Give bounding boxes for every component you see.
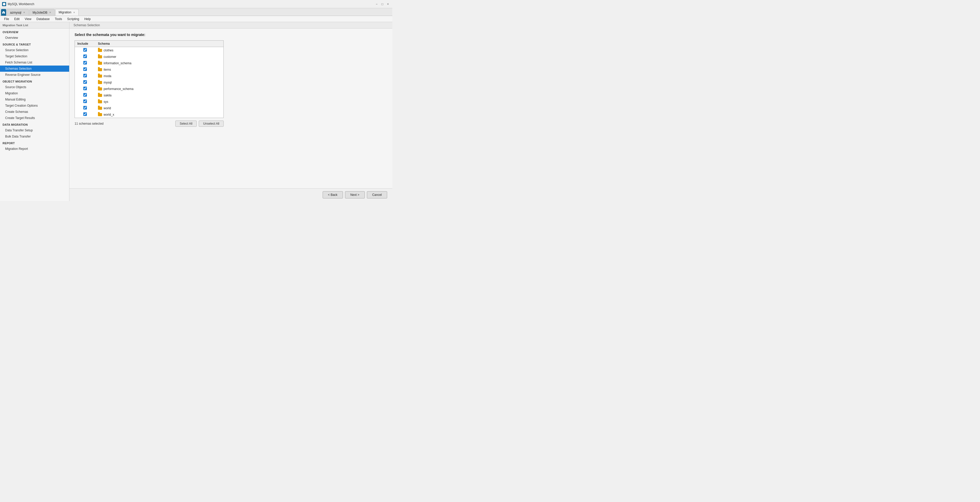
sidebar-item-target-selection[interactable]: Target Selection <box>0 53 69 59</box>
sidebar-section-object-migration: OBJECT MIGRATION <box>0 78 69 84</box>
schema-checkbox-items[interactable] <box>83 67 87 71</box>
maximize-button[interactable]: □ <box>380 2 385 6</box>
minimize-button[interactable]: − <box>374 2 379 6</box>
schema-checkbox-information_schema[interactable] <box>83 61 87 65</box>
table-row: sakila <box>75 92 223 98</box>
title-bar: MySQL Workbench − □ × <box>0 0 392 8</box>
unselect-all-button[interactable]: Unselect All <box>199 121 224 127</box>
tab-migration-label: Migration <box>59 11 71 14</box>
col-include: Include <box>75 41 95 47</box>
tab-migration-close[interactable]: × <box>73 11 75 14</box>
schema-name: moda <box>103 74 111 78</box>
svg-point-0 <box>3 3 5 5</box>
status-area: 11 schemas selected Select All Unselect … <box>75 121 224 127</box>
table-row: clothes <box>75 47 223 54</box>
schema-name: sakila <box>103 94 111 97</box>
schema-name: information_schema <box>103 62 131 65</box>
content-body: Select the schemata you want to migrate:… <box>69 29 392 188</box>
table-row: mysql <box>75 79 223 86</box>
cancel-button[interactable]: Cancel <box>367 191 387 199</box>
schema-checkbox-world[interactable] <box>83 106 87 110</box>
schema-table: Include Schema clothescustomerinformatio… <box>75 41 223 118</box>
menu-edit[interactable]: Edit <box>12 17 22 21</box>
schema-name: performance_schema <box>103 87 134 91</box>
table-row: moda <box>75 73 223 79</box>
menu-view[interactable]: View <box>22 17 33 21</box>
tab-home[interactable] <box>1 9 6 16</box>
content-title: Select the schemata you want to migrate: <box>75 33 387 37</box>
table-row: information_schema <box>75 60 223 66</box>
sidebar: Migration Task List OVERVIEW Overview SO… <box>0 22 69 201</box>
sidebar-section-overview: OVERVIEW <box>0 29 69 35</box>
schema-checkbox-performance_schema[interactable] <box>83 87 87 90</box>
sidebar-item-reverse-engineer[interactable]: Reverse Engineer Source <box>0 72 69 78</box>
schema-checkbox-sys[interactable] <box>83 100 87 103</box>
sidebar-item-create-schemas[interactable]: Create Schemas <box>0 109 69 115</box>
back-button[interactable]: < Back <box>323 191 343 199</box>
sidebar-item-bulk-transfer[interactable]: Bulk Data Transfer <box>0 133 69 140</box>
title-bar-controls: − □ × <box>374 2 390 6</box>
sidebar-item-migration[interactable]: Migration <box>0 90 69 96</box>
schema-name: sys <box>103 100 108 103</box>
next-button[interactable]: Next > <box>345 191 365 199</box>
menu-help[interactable]: Help <box>82 17 93 21</box>
sidebar-item-manual-editing[interactable]: Manual Editing <box>0 96 69 103</box>
menu-scripting[interactable]: Scripting <box>65 17 81 21</box>
schema-checkbox-sakila[interactable] <box>83 93 87 97</box>
folder-icon <box>98 94 102 97</box>
sidebar-item-source-selection[interactable]: Source Selection <box>0 47 69 53</box>
schema-checkbox-customer[interactable] <box>83 54 87 58</box>
folder-icon <box>98 75 102 78</box>
app-icon <box>2 2 6 6</box>
content-area: Schemas Selection Select the schemata yo… <box>69 22 392 201</box>
table-row: performance_schema <box>75 86 223 92</box>
tab-azmysql[interactable]: azmysql × <box>7 9 29 16</box>
tab-azmysql-close[interactable]: × <box>23 11 25 14</box>
schema-checkbox-world_x[interactable] <box>83 112 87 116</box>
sidebar-item-target-creation[interactable]: Target Creation Options <box>0 103 69 109</box>
table-row: sys <box>75 98 223 105</box>
menu-file[interactable]: File <box>2 17 11 21</box>
tab-myjolie-label: MyJolieDB <box>33 11 47 14</box>
schema-name: world_x <box>103 113 114 116</box>
folder-icon <box>98 113 102 116</box>
tab-bar: azmysql × MyJolieDB × Migration × <box>0 8 392 16</box>
status-text: 11 schemas selected <box>75 122 103 126</box>
table-row: world_x <box>75 111 223 118</box>
schema-name: customer <box>103 55 116 59</box>
table-row: customer <box>75 54 223 60</box>
tab-myjolie-close[interactable]: × <box>49 11 51 14</box>
app-title: MySQL Workbench <box>8 2 34 6</box>
tab-azmysql-label: azmysql <box>10 11 21 14</box>
select-all-button[interactable]: Select All <box>175 121 197 127</box>
content-header: Schemas Selection <box>69 22 392 29</box>
sidebar-item-source-objects[interactable]: Source Objects <box>0 84 69 90</box>
sidebar-item-create-target[interactable]: Create Target Results <box>0 115 69 121</box>
schema-name: mysql <box>103 81 111 84</box>
sidebar-item-overview[interactable]: Overview <box>0 35 69 41</box>
tab-migration[interactable]: Migration × <box>55 9 79 16</box>
col-schema: Schema <box>95 41 223 47</box>
folder-icon <box>98 49 102 52</box>
sidebar-item-migration-report[interactable]: Migration Report <box>0 146 69 152</box>
sidebar-section-data-migration: DATA MIGRATION <box>0 121 69 127</box>
sidebar-item-fetch-schemas[interactable]: Fetch Schemas List <box>0 59 69 65</box>
folder-icon <box>98 68 102 71</box>
schema-checkbox-moda[interactable] <box>83 74 87 77</box>
sidebar-header: Migration Task List <box>0 22 69 29</box>
schema-checkbox-clothes[interactable] <box>83 48 87 52</box>
sidebar-item-schemas-selection[interactable]: Schemas Selection <box>0 65 69 72</box>
schema-checkbox-mysql[interactable] <box>83 80 87 84</box>
schema-action-buttons: Select All Unselect All <box>175 121 224 127</box>
sidebar-item-data-transfer[interactable]: Data Transfer Setup <box>0 127 69 133</box>
tab-myjolie[interactable]: MyJolieDB × <box>29 9 55 16</box>
folder-icon <box>98 62 102 65</box>
sidebar-section-report: REPORT <box>0 140 69 146</box>
menu-tools[interactable]: Tools <box>53 17 64 21</box>
title-bar-left: MySQL Workbench <box>2 2 34 6</box>
menu-database[interactable]: Database <box>35 17 52 21</box>
close-window-button[interactable]: × <box>386 2 390 6</box>
main-layout: Migration Task List OVERVIEW Overview SO… <box>0 22 392 201</box>
bottom-nav: < Back Next > Cancel <box>69 188 392 201</box>
folder-icon <box>98 55 102 58</box>
